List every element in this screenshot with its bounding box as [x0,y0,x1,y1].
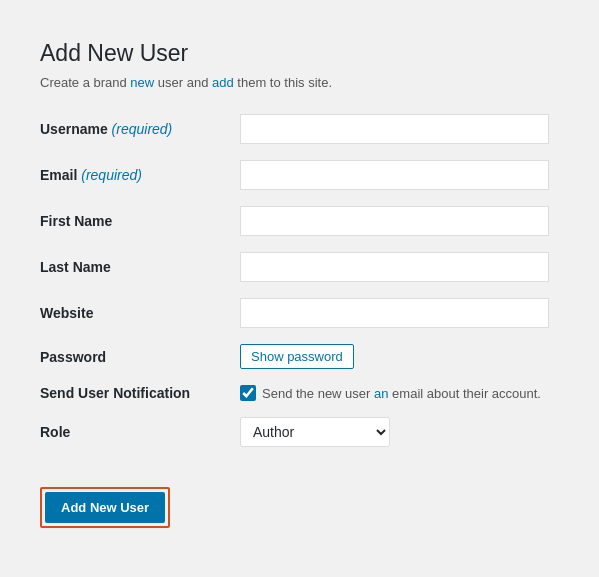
website-label: Website [40,305,240,321]
firstname-field [240,206,549,236]
username-required: (required) [112,121,173,137]
role-field: Author Subscriber Contributor Editor Adm… [240,417,549,447]
website-row: Website [40,298,549,328]
lastname-row: Last Name [40,252,549,282]
email-label: Email (required) [40,167,240,183]
submit-section: Add New User [40,487,170,528]
lastname-label: Last Name [40,259,240,275]
firstname-row: First Name [40,206,549,236]
email-field [240,160,549,190]
role-row: Role Author Subscriber Contributor Edito… [40,417,549,447]
page-subtitle: Create a brand new user and add them to … [40,75,549,90]
notification-label: Send User Notification [40,385,240,401]
subtitle-text-start: Create a brand [40,75,130,90]
lastname-field [240,252,549,282]
email-required: (required) [81,167,142,183]
username-label: Username (required) [40,121,240,137]
role-select[interactable]: Author Subscriber Contributor Editor Adm… [240,417,390,447]
add-new-user-button[interactable]: Add New User [45,492,165,523]
firstname-input[interactable] [240,206,549,236]
username-input[interactable] [240,114,549,144]
website-input[interactable] [240,298,549,328]
lastname-input[interactable] [240,252,549,282]
page-title: Add New User [40,40,549,67]
subtitle-highlight-new: new [130,75,154,90]
password-row: Password Show password [40,344,549,369]
add-user-form-container: Add New User Create a brand new user and… [20,20,579,558]
password-label: Password [40,349,240,365]
show-password-button[interactable]: Show password [240,344,354,369]
subtitle-text-end: them to this site. [234,75,332,90]
subtitle-text-middle: user and [154,75,212,90]
email-row: Email (required) [40,160,549,190]
notification-text: Send the new user an email about their a… [262,386,541,401]
role-label: Role [40,424,240,440]
username-field [240,114,549,144]
website-field [240,298,549,328]
notification-checkbox[interactable] [240,385,256,401]
notification-row: Send User Notification Send the new user… [40,385,549,401]
notification-field: Send the new user an email about their a… [240,385,549,401]
email-input[interactable] [240,160,549,190]
username-row: Username (required) [40,114,549,144]
subtitle-highlight-add: add [212,75,234,90]
password-field: Show password [240,344,549,369]
firstname-label: First Name [40,213,240,229]
